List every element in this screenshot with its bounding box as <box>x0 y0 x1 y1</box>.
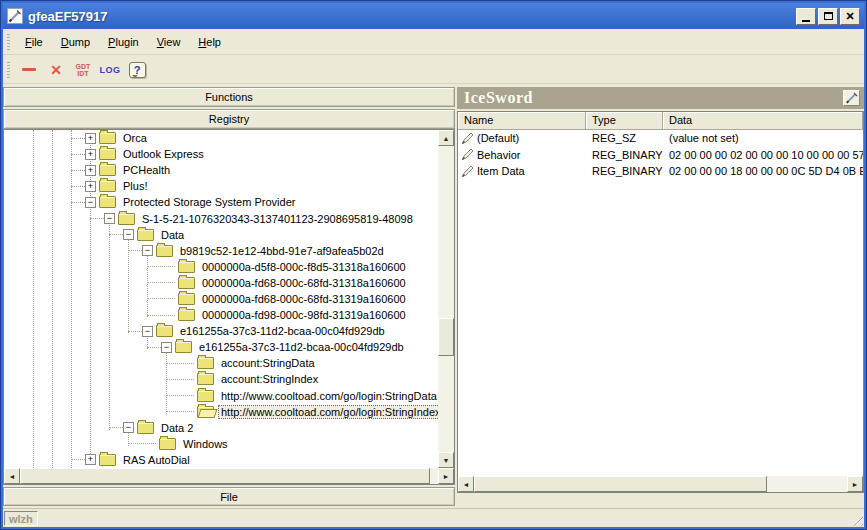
help-icon: ? <box>129 62 146 78</box>
menu-item-view[interactable]: View <box>148 32 190 52</box>
scroll-right-icon[interactable]: ► <box>438 468 454 484</box>
tree-item[interactable]: −Data <box>4 227 438 243</box>
tree-item-label: S-1-5-21-1076320343-3137401123-290869581… <box>139 212 416 226</box>
scroll-left-icon[interactable]: ◄ <box>458 476 474 492</box>
tree-item[interactable]: +Orca <box>4 130 438 146</box>
column-header-type[interactable]: Type <box>586 112 663 130</box>
resize-grip[interactable] <box>850 513 863 526</box>
tree-item[interactable]: 0000000a-fd68-000c-68fd-31319a160600 <box>4 291 438 307</box>
menu-item-dump[interactable]: Dump <box>52 32 99 52</box>
minimize-button[interactable] <box>796 8 816 25</box>
list-rows[interactable]: (Default)REG_SZ(value not set)BehaviorRE… <box>458 130 863 476</box>
collapse-icon[interactable]: − <box>123 422 134 433</box>
scroll-right-icon[interactable]: ► <box>847 476 863 492</box>
folder-icon <box>175 341 192 353</box>
close-icon: ✕ <box>845 11 854 21</box>
maximize-button[interactable] <box>818 8 838 25</box>
tree-item[interactable]: +PCHealth <box>4 162 438 178</box>
tree-item[interactable]: http://www.cooltoad.com/go/login:StringI… <box>4 404 438 420</box>
icesword-header: IceSword <box>457 87 864 109</box>
tree-item[interactable]: account:StringData <box>4 355 438 371</box>
tree-item[interactable]: +Plus! <box>4 178 438 194</box>
red-minus-button[interactable] <box>16 58 42 81</box>
tree-item[interactable]: 0000000a-fd98-000c-98fd-31319a160600 <box>4 307 438 323</box>
tree-item[interactable]: http://www.cooltoad.com/go/login:StringD… <box>4 388 438 404</box>
column-header-data[interactable]: Data <box>663 112 863 130</box>
tree-item[interactable]: account:StringIndex <box>4 371 438 387</box>
tree-connector <box>147 282 175 283</box>
expand-icon[interactable]: + <box>85 181 96 192</box>
expand-icon[interactable]: + <box>85 149 96 160</box>
folder-icon <box>99 132 116 144</box>
tree-connector <box>147 315 175 316</box>
tree-item[interactable]: −e161255a-37c3-11d2-bcaa-00c04fd929db <box>4 339 438 355</box>
expand-icon[interactable]: + <box>85 133 96 144</box>
tree-item[interactable]: −Data 2 <box>4 420 438 436</box>
right-panel: IceSword NameTypeData (Default)REG_SZ(va… <box>457 85 864 506</box>
tree-item-label: http://www.cooltoad.com/go/login:StringI… <box>218 405 438 419</box>
menu-item-help[interactable]: Help <box>189 32 230 52</box>
close-button[interactable]: ✕ <box>840 8 860 25</box>
menu-item-file[interactable]: File <box>16 32 52 52</box>
collapse-icon[interactable]: − <box>85 197 96 208</box>
tree-connector <box>166 363 194 364</box>
client-area: FileDumpPluginViewHelp ✕GDTIDTLOG? Funct… <box>3 29 864 527</box>
folder-icon <box>178 261 195 273</box>
menubar-gripper[interactable] <box>7 34 10 50</box>
folder-icon <box>118 213 135 225</box>
log-button[interactable]: LOG <box>97 58 123 81</box>
tree-vscroll-thumb[interactable] <box>438 318 454 356</box>
gdt-idt-button[interactable]: GDTIDT <box>70 58 96 81</box>
expand-icon[interactable]: + <box>85 454 96 465</box>
registry-header-button[interactable]: Registry <box>3 109 455 129</box>
tree-item[interactable]: +RAS AutoDial <box>4 452 438 468</box>
collapse-icon[interactable]: − <box>161 342 172 353</box>
tree-item[interactable]: 0000000a-fd68-000c-68fd-31318a160600 <box>4 275 438 291</box>
table-row[interactable]: (Default)REG_SZ(value not set) <box>458 130 863 147</box>
tree-item[interactable]: −Protected Storage System Provider <box>4 194 438 210</box>
app-window: gfeaEF57917 ✕ FileDumpPluginViewHelp ✕GD… <box>0 0 867 530</box>
folder-icon <box>178 277 195 289</box>
collapse-icon[interactable]: − <box>142 245 153 256</box>
expand-icon[interactable]: + <box>85 165 96 176</box>
scroll-down-icon[interactable]: ▼ <box>438 452 454 468</box>
value-type: REG_BINARY <box>586 165 663 177</box>
toolbar-gripper[interactable] <box>7 62 10 78</box>
sword-icon[interactable] <box>843 90 860 106</box>
folder-icon <box>159 438 176 450</box>
table-row[interactable]: BehaviorREG_BINARY02 00 00 00 02 00 00 0… <box>458 147 863 164</box>
list-horizontal-scrollbar[interactable]: ◄ ► <box>458 476 863 492</box>
tree-item[interactable]: −b9819c52-1e12-4bbd-91e7-af9afea5b02d <box>4 243 438 259</box>
tree-vertical-scrollbar[interactable]: ▲ ▼ <box>438 130 454 468</box>
tree-item[interactable]: 0000000a-d5f8-000c-f8d5-31318a160600 <box>4 259 438 275</box>
tree-connector <box>166 395 194 396</box>
column-header-name[interactable]: Name <box>458 112 586 130</box>
collapse-icon[interactable]: − <box>123 229 134 240</box>
tree-connector <box>109 427 123 428</box>
log-label: LOG <box>100 65 121 75</box>
folder-icon <box>178 293 195 305</box>
scroll-up-icon[interactable]: ▲ <box>438 130 454 146</box>
tree-item[interactable]: −S-1-5-21-1076320343-3137401123-29086958… <box>4 210 438 226</box>
tree-item[interactable]: +Outlook Express <box>4 146 438 162</box>
tree-hscroll-thumb[interactable] <box>20 468 430 484</box>
tree-connector <box>71 138 85 139</box>
file-header-button[interactable]: File <box>3 487 455 506</box>
table-row[interactable]: Item DataREG_BINARY02 00 00 00 18 00 00 … <box>458 163 863 180</box>
help-button[interactable]: ? <box>124 58 150 81</box>
tree-item-label: e161255a-37c3-11d2-bcaa-00c04fd929db <box>196 340 407 354</box>
value-data: (value not set) <box>663 132 863 144</box>
collapse-icon[interactable]: − <box>142 326 153 337</box>
scroll-left-icon[interactable]: ◄ <box>4 468 20 484</box>
tree-horizontal-scrollbar[interactable]: ◄ ► <box>4 468 454 484</box>
open-folder-icon <box>197 406 214 418</box>
registry-tree-view[interactable]: +Orca+Outlook Express+PCHealth+Plus!−Pro… <box>4 130 438 468</box>
tree-item[interactable]: Windows <box>4 436 438 452</box>
tree-item[interactable]: −e161255a-37c3-11d2-bcaa-00c04fd929db <box>4 323 438 339</box>
red-x-button[interactable]: ✕ <box>43 58 69 81</box>
minimize-icon <box>802 20 810 22</box>
collapse-icon[interactable]: − <box>104 213 115 224</box>
menu-item-plugin[interactable]: Plugin <box>99 32 148 52</box>
functions-header-button[interactable]: Functions <box>3 87 455 107</box>
list-hscroll-thumb[interactable] <box>474 476 767 492</box>
